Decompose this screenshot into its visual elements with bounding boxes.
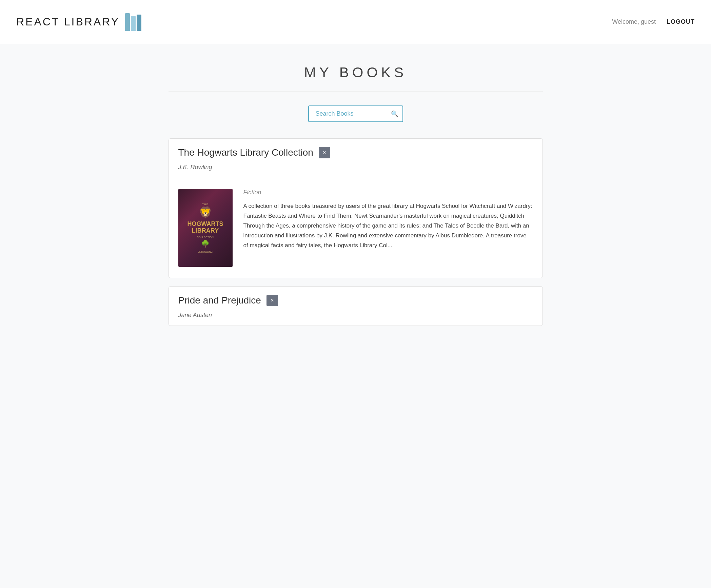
search-container: 🔍 — [169, 105, 543, 122]
welcome-message: Welcome, guest — [612, 18, 656, 25]
book-spine-3 — [137, 15, 141, 31]
close-icon: × — [323, 150, 326, 156]
book-author-hogwarts: J.K. Rowling — [169, 164, 542, 178]
search-wrapper: 🔍 — [308, 105, 403, 122]
book-author-pride: Jane Austen — [169, 312, 542, 326]
book-card-pride: Pride and Prejudice × Jane Austen — [169, 286, 543, 326]
cover-main-title: HOGWARTSLIBRARY — [187, 221, 223, 234]
remove-book-pride[interactable]: × — [266, 295, 278, 306]
title-divider — [169, 92, 543, 92]
page-title: MY BOOKS — [169, 64, 543, 81]
cover-creature-icon: 🦁 — [187, 206, 223, 219]
book-icon — [125, 13, 141, 31]
cover-author: JK ROWLING — [187, 251, 223, 253]
search-input[interactable] — [308, 105, 403, 122]
remove-book-hogwarts[interactable]: × — [319, 147, 330, 158]
logo-area: REACT LIBRARY — [16, 13, 141, 31]
book-title-pride: Pride and Prejudice — [178, 295, 261, 306]
book-cover-content: THE 🦁 HOGWARTSLIBRARY COLLECTION 🌳 JK RO… — [183, 199, 228, 257]
book-spine-1 — [125, 13, 130, 31]
header: REACT LIBRARY Welcome, guest LOGOUT — [0, 0, 711, 44]
header-right: Welcome, guest LOGOUT — [612, 18, 695, 25]
book-spine-2 — [131, 16, 136, 31]
search-button[interactable]: 🔍 — [391, 110, 398, 118]
cover-tree-icon: 🌳 — [187, 240, 223, 248]
book-card-header-hogwarts: The Hogwarts Library Collection × — [169, 139, 542, 164]
book-genre-hogwarts: Fiction — [243, 189, 533, 196]
book-card-hogwarts: The Hogwarts Library Collection × J.K. R… — [169, 138, 543, 278]
main-content: MY BOOKS 🔍 The Hogwarts Library Collecti… — [152, 44, 559, 354]
book-details-hogwarts: THE 🦁 HOGWARTSLIBRARY COLLECTION 🌳 JK RO… — [169, 178, 542, 278]
logout-button[interactable]: LOGOUT — [667, 18, 695, 25]
search-icon: 🔍 — [391, 111, 398, 117]
book-title-hogwarts: The Hogwarts Library Collection — [178, 147, 313, 158]
book-card-header-pride: Pride and Prejudice × — [169, 287, 542, 312]
close-icon-pride: × — [271, 297, 274, 303]
book-cover-hogwarts: THE 🦁 HOGWARTSLIBRARY COLLECTION 🌳 JK RO… — [178, 189, 233, 267]
book-description-hogwarts: A collection of three books treasured by… — [243, 201, 533, 250]
cover-title-top: THE — [187, 203, 223, 206]
book-info-hogwarts: Fiction A collection of three books trea… — [243, 189, 533, 250]
cover-subtitle2: COLLECTION — [187, 236, 223, 238]
logo-text: REACT LIBRARY — [16, 16, 120, 28]
